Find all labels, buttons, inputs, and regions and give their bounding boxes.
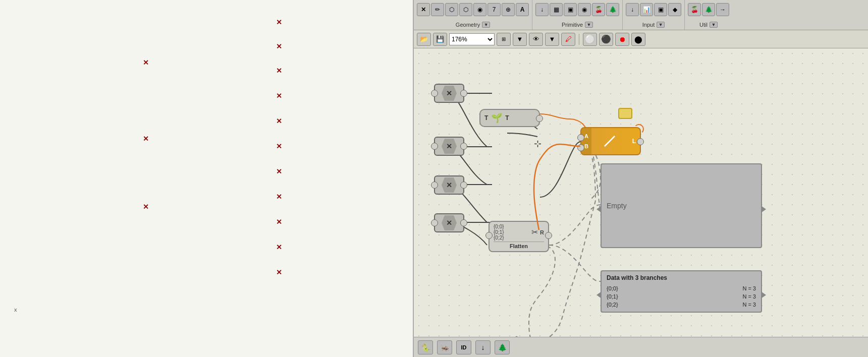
- gh-panel: ✕ ✏ ⬡ ⬡ ◉ 7 ⊕ A Geometry ▼ ↓ ▦ ▣ ◉ 🍒: [414, 0, 868, 357]
- tb-icon-circle[interactable]: ◉: [578, 3, 591, 16]
- hex-node-1[interactable]: ✕: [434, 84, 464, 103]
- line-port-a[interactable]: [577, 134, 584, 141]
- cross-marker: ✕: [143, 136, 149, 142]
- tb2-red[interactable]: 🖊: [561, 33, 575, 46]
- tb-icon-hex2[interactable]: ⬡: [459, 3, 472, 16]
- viewport[interactable]: ✕ ✕ ✕ ✕ ✕ ✕ ✕ ✕ ✕ ✕ ✕ ✕ ✕ ✕ x: [0, 0, 414, 357]
- flatten-port-right[interactable]: [545, 232, 552, 239]
- tb-icon-ring[interactable]: ◉: [473, 3, 486, 16]
- hex4-port-right[interactable]: [460, 219, 467, 226]
- hex4-port-left[interactable]: [431, 219, 438, 226]
- gh-canvas[interactable]: T 🌱 T ✕ ✕ ✕: [414, 48, 868, 337]
- tb-icon-7[interactable]: 7: [487, 3, 501, 16]
- tb-icon-tree[interactable]: 🌲: [606, 3, 619, 16]
- cross-marker: ✕: [276, 118, 282, 124]
- toolbar-section-util: 🍒 🌲 → Util ▼: [685, 0, 732, 30]
- tb-icon-util1[interactable]: 🍒: [688, 3, 701, 16]
- hex-node-2[interactable]: ✕: [434, 137, 464, 156]
- hex3-port-right[interactable]: [460, 182, 467, 189]
- tb-icon-down[interactable]: ↓: [535, 3, 549, 16]
- zoom-select[interactable]: 176% 100% 50%: [449, 33, 495, 45]
- tb-icon-a[interactable]: A: [516, 3, 529, 16]
- data-panel[interactable]: Data with 3 branches {0;0} N = 3 {0;1} N…: [601, 270, 762, 313]
- tb-icon-grid[interactable]: ▦: [550, 3, 563, 16]
- tb2-fit[interactable]: ⊞: [497, 33, 511, 46]
- empty-panel-port-left[interactable]: [596, 206, 602, 213]
- util-label: Util ▼: [699, 22, 718, 29]
- hex3-port-left[interactable]: [431, 182, 438, 189]
- flatten-node[interactable]: {0;0} {0;1} {0;2} ✂ R Flatten: [489, 221, 549, 252]
- tb2-eye2[interactable]: ▼: [545, 33, 559, 46]
- tb-icon-input3[interactable]: ▣: [654, 3, 667, 16]
- data-panel-port-right[interactable]: [761, 291, 766, 299]
- cross-marker: ✕: [276, 168, 282, 174]
- statusbar-grasshopper[interactable]: 🦗: [437, 340, 452, 354]
- tb-icon-hex1[interactable]: ⬡: [445, 3, 458, 16]
- tb-icon-input2[interactable]: 📊: [640, 3, 653, 16]
- tb-icon-input1[interactable]: ↓: [626, 3, 639, 16]
- statusbar: 🐍 🦗 ID ↓ 🌲: [414, 337, 868, 357]
- tb-icon-cross[interactable]: ⊕: [502, 3, 515, 16]
- tb2-view[interactable]: ▼: [513, 33, 527, 46]
- hex-node-3[interactable]: ✕: [434, 175, 464, 195]
- tb-icon-pen[interactable]: ✏: [431, 3, 444, 16]
- line-port-l[interactable]: [637, 138, 644, 145]
- line-icon: [602, 134, 617, 149]
- flatten-label: Flatten: [494, 242, 544, 249]
- svg-line-0: [605, 136, 615, 146]
- tb2-sphere2[interactable]: ⚫: [599, 33, 613, 46]
- empty-panel[interactable]: Empty: [601, 163, 762, 248]
- tb2-eye[interactable]: 👁: [529, 33, 543, 46]
- axis-label-x: x: [14, 307, 17, 313]
- tb-icon-square[interactable]: ▣: [564, 3, 577, 16]
- data-panel-port-left[interactable]: [596, 291, 602, 299]
- tb-icon-x[interactable]: ✕: [417, 3, 430, 16]
- line-node[interactable]: A B L: [580, 127, 641, 155]
- tb2-last[interactable]: ⬤: [631, 33, 645, 46]
- line-b-label: B: [584, 143, 588, 149]
- statusbar-download[interactable]: ↓: [475, 340, 491, 354]
- plant-port-out[interactable]: [536, 115, 543, 122]
- geometry-icons: ✕ ✏ ⬡ ⬡ ◉ 7 ⊕ A: [417, 1, 529, 17]
- plant-t1: T: [484, 114, 488, 122]
- geometry-expand[interactable]: ▼: [482, 22, 490, 28]
- yellow-rect[interactable]: [618, 108, 632, 119]
- line-port-b[interactable]: [577, 144, 584, 151]
- statusbar-id[interactable]: ID: [456, 340, 471, 354]
- geometry-label: Geometry ▼: [456, 22, 490, 29]
- tb2-open[interactable]: 📂: [417, 33, 431, 46]
- empty-panel-text: Empty: [607, 202, 627, 210]
- hex1-port-right[interactable]: [460, 90, 467, 97]
- hex1-port-left[interactable]: [431, 90, 438, 97]
- util-expand[interactable]: ▼: [710, 22, 718, 28]
- tb2-sphere1[interactable]: ⚪: [583, 33, 597, 46]
- tb-icon-util2[interactable]: 🌲: [702, 3, 715, 16]
- hex2-port-right[interactable]: [460, 143, 467, 150]
- data-row2-key: {0;1}: [607, 293, 618, 300]
- input-icons: ↓ 📊 ▣ ◆: [626, 1, 681, 17]
- input-expand[interactable]: ▼: [657, 22, 665, 28]
- statusbar-python[interactable]: 🐍: [418, 340, 433, 354]
- tb2-red-sphere[interactable]: ⏺: [615, 33, 629, 46]
- toolbar: ✕ ✏ ⬡ ⬡ ◉ 7 ⊕ A Geometry ▼ ↓ ▦ ▣ ◉ 🍒: [414, 0, 868, 30]
- tb2-save[interactable]: 💾: [433, 33, 447, 46]
- toolbar-section-input: ↓ 📊 ▣ ◆ Input ▼: [623, 0, 685, 30]
- cross-marker: ✕: [276, 269, 282, 275]
- statusbar-tree[interactable]: 🌲: [495, 340, 510, 354]
- tb-icon-cherry[interactable]: 🍒: [592, 3, 605, 16]
- cross-marker: ✕: [276, 143, 282, 149]
- hex-node-4[interactable]: ✕: [434, 213, 464, 232]
- flatten-branch1: {0;0}: [494, 224, 504, 229]
- primitive-expand[interactable]: ▼: [585, 22, 593, 28]
- hex2-port-left[interactable]: [431, 143, 438, 150]
- primitive-icons: ↓ ▦ ▣ ◉ 🍒 🌲: [535, 1, 619, 17]
- tb-icon-input4[interactable]: ◆: [668, 3, 681, 16]
- input-label: Input ▼: [642, 22, 665, 29]
- plant-icon: 🌱: [491, 112, 502, 124]
- tb-icon-util3[interactable]: →: [716, 3, 729, 16]
- separator: [579, 34, 579, 45]
- plant-node[interactable]: T 🌱 T: [479, 109, 540, 127]
- empty-panel-port-right[interactable]: [761, 206, 766, 213]
- flatten-port-left[interactable]: [485, 232, 493, 239]
- cross-marker: ✕: [276, 244, 282, 250]
